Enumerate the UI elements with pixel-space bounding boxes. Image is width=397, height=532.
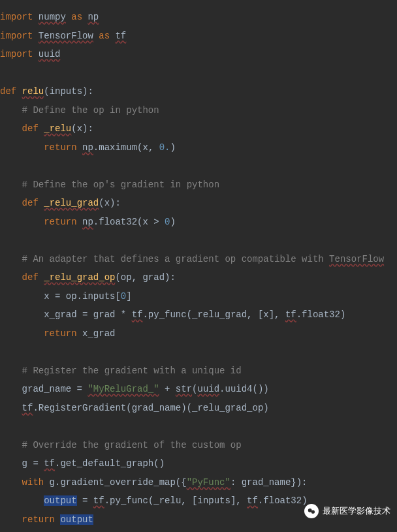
code-line-2: import TensorFlow as tf <box>0 27 397 46</box>
code-line-1: import numpy as np <box>0 8 397 27</box>
svg-point-1 <box>311 510 315 513</box>
code-line-5: # Define the op in python <box>0 101 397 120</box>
code-line-11: # An adapter that defines a gradient op … <box>0 250 397 269</box>
blank-line <box>0 231 397 250</box>
watermark: 最新医学影像技术 <box>304 502 390 521</box>
code-line-7: return np.maximum(x, 0.) <box>0 138 397 157</box>
code-line-17: grad_name = "MyReluGrad_" + str(uuid.uui… <box>0 380 397 399</box>
code-line-15: return x_grad <box>0 324 397 343</box>
code-line-16: # Register the gradient with a unique id <box>0 362 397 381</box>
code-line-20: g = tf.get_default_graph() <box>0 454 397 473</box>
code-line-6: def _relu(x): <box>0 119 397 138</box>
code-line-13: x = op.inputs[0] <box>0 287 397 306</box>
code-line-9: def _relu_grad(x): <box>0 194 397 213</box>
code-line-14: x_grad = grad * tf.py_func(_relu_grad, [… <box>0 305 397 324</box>
blank-line <box>0 64 397 83</box>
watermark-text: 最新医学影像技术 <box>323 502 390 521</box>
blank-line <box>0 343 397 362</box>
code-line-19: # Override the gradient of the custom op <box>0 436 397 455</box>
code-line-3: import uuid <box>0 45 397 64</box>
code-line-8: # Define the op's gradient in python <box>0 176 397 195</box>
code-line-10: return np.float32(x > 0) <box>0 213 397 232</box>
code-line-4: def relu(inputs): <box>0 82 397 101</box>
blank-line <box>0 157 397 176</box>
wechat-icon <box>304 504 319 518</box>
code-line-12: def _relu_grad_op(op, grad): <box>0 268 397 287</box>
code-editor: import numpy as np import TensorFlow as … <box>0 8 397 529</box>
svg-point-0 <box>308 509 312 512</box>
blank-line <box>0 417 397 436</box>
code-line-21: with g.gradient_override_map({"PyFunc": … <box>0 473 397 492</box>
code-line-18: tf.RegisterGradient(grad_name)(_relu_gra… <box>0 399 397 418</box>
